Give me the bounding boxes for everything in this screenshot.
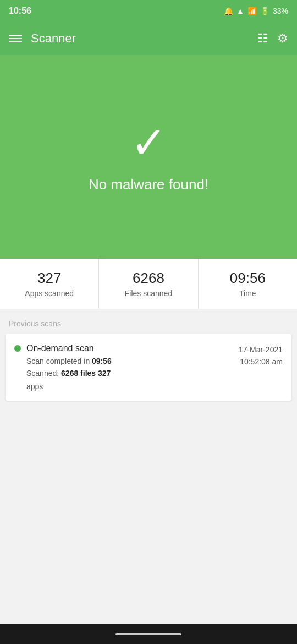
toolbar: Scanner ☷ ⚙ (0, 22, 297, 55)
status-dot (14, 345, 21, 352)
signal-icon: 📶 (248, 7, 257, 15)
previous-scans-label: Previous scans (0, 309, 297, 334)
battery-icon: 🔋 (260, 7, 270, 15)
scan-time-value: 10:52:08 am (240, 357, 283, 366)
hero-message: No malware found! (89, 176, 208, 193)
status-icons: 🔔 ▲ 📶 🔋 33% (224, 7, 288, 15)
stat-files-number: 6268 (133, 270, 164, 287)
scan-detail-time: Scan completed in 09:56 (14, 357, 112, 365)
status-time: 10:56 (9, 6, 31, 16)
wifi-icon: ▲ (237, 7, 244, 15)
alarm-icon: 🔔 (224, 7, 233, 15)
stat-apps-scanned: 327 Apps scanned (0, 259, 99, 309)
toolbar-title: Scanner (31, 31, 249, 46)
scan-title: On-demand scan (26, 343, 94, 353)
checkmark-icon: ✓ (130, 121, 167, 165)
stat-apps-label: Apps scanned (25, 289, 74, 298)
bottom-bar (0, 624, 297, 644)
scan-date: 17-Mar-2021 10:52:08 am (239, 343, 283, 368)
battery-level: 33% (273, 7, 288, 15)
menu-button[interactable] (9, 35, 22, 42)
stat-files-scanned: 6268 Files scanned (99, 259, 198, 309)
scan-card-left: On-demand scan Scan completed in 09:56 S… (14, 343, 112, 391)
scan-card-title-row: On-demand scan (14, 343, 112, 353)
hero-section: ✓ No malware found! (0, 55, 297, 259)
list-icon[interactable]: ☷ (257, 31, 268, 46)
scan-time-bold: 09:56 (92, 357, 112, 365)
stats-bar: 327 Apps scanned 6268 Files scanned 09:5… (0, 259, 297, 309)
status-bar: 10:56 🔔 ▲ 📶 🔋 33% (0, 0, 297, 22)
toolbar-actions: ☷ ⚙ (257, 31, 288, 46)
scan-card-header: On-demand scan Scan completed in 09:56 S… (14, 343, 283, 391)
scan-card: On-demand scan Scan completed in 09:56 S… (6, 334, 292, 401)
scan-apps: apps (14, 382, 112, 391)
stat-time: 09:56 Time (199, 259, 297, 309)
stat-time-label: Time (239, 289, 256, 298)
stat-files-label: Files scanned (125, 289, 172, 298)
scan-date-value: 17-Mar-2021 (239, 345, 283, 354)
scan-detail-files: Scanned: 6268 files 327 (14, 369, 112, 378)
stat-time-number: 09:56 (230, 270, 266, 287)
stat-apps-number: 327 (37, 270, 61, 287)
home-indicator (116, 633, 182, 635)
settings-icon[interactable]: ⚙ (277, 31, 288, 46)
scan-files-bold: 6268 files 327 (61, 369, 111, 378)
